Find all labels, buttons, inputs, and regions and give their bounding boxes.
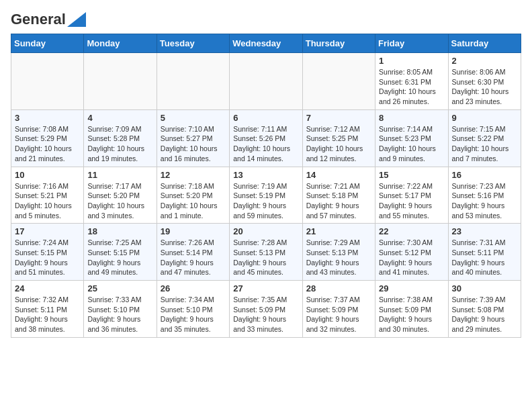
day-number: 5 <box>161 113 226 123</box>
day-info: Sunrise: 7:22 AM Sunset: 5:17 PM Dayligh… <box>379 181 444 221</box>
day-info: Sunrise: 8:05 AM Sunset: 6:31 PM Dayligh… <box>379 67 444 107</box>
calendar-cell: 12Sunrise: 7:18 AM Sunset: 5:20 PM Dayli… <box>157 167 229 224</box>
calendar-cell: 6Sunrise: 7:11 AM Sunset: 5:26 PM Daylig… <box>230 109 302 167</box>
calendar-cell <box>84 53 157 110</box>
calendar-cell: 20Sunrise: 7:28 AM Sunset: 5:13 PM Dayli… <box>230 224 302 281</box>
calendar-cell: 28Sunrise: 7:37 AM Sunset: 5:09 PM Dayli… <box>302 281 375 338</box>
calendar-cell: 14Sunrise: 7:21 AM Sunset: 5:18 PM Dayli… <box>302 167 375 224</box>
calendar-header-row: SundayMondayTuesdayWednesdayThursdayFrid… <box>11 34 521 53</box>
day-info: Sunrise: 8:06 AM Sunset: 6:30 PM Dayligh… <box>452 67 517 107</box>
calendar-cell: 17Sunrise: 7:24 AM Sunset: 5:15 PM Dayli… <box>11 224 84 281</box>
day-info: Sunrise: 7:09 AM Sunset: 5:28 PM Dayligh… <box>87 124 152 164</box>
day-number: 19 <box>161 226 226 236</box>
day-number: 24 <box>15 283 80 293</box>
calendar-cell: 13Sunrise: 7:19 AM Sunset: 5:19 PM Dayli… <box>230 167 302 224</box>
calendar-cell: 11Sunrise: 7:17 AM Sunset: 5:20 PM Dayli… <box>84 167 157 224</box>
calendar-cell: 25Sunrise: 7:33 AM Sunset: 5:10 PM Dayli… <box>84 281 157 338</box>
calendar-cell: 19Sunrise: 7:26 AM Sunset: 5:14 PM Dayli… <box>157 224 229 281</box>
day-info: Sunrise: 7:31 AM Sunset: 5:11 PM Dayligh… <box>452 238 517 277</box>
calendar-cell: 4Sunrise: 7:09 AM Sunset: 5:28 PM Daylig… <box>84 109 157 167</box>
day-number: 3 <box>15 113 80 123</box>
calendar-cell <box>157 53 229 110</box>
day-number: 4 <box>87 113 152 123</box>
calendar-cell <box>11 53 84 110</box>
day-info: Sunrise: 7:33 AM Sunset: 5:10 PM Dayligh… <box>87 295 152 334</box>
day-number: 29 <box>379 283 444 293</box>
weekday-header-saturday: Saturday <box>448 34 521 53</box>
logo-icon <box>67 12 86 27</box>
day-info: Sunrise: 7:19 AM Sunset: 5:19 PM Dayligh… <box>233 181 298 221</box>
calendar-cell: 8Sunrise: 7:14 AM Sunset: 5:23 PM Daylig… <box>375 109 448 167</box>
day-number: 25 <box>87 283 152 293</box>
day-info: Sunrise: 7:29 AM Sunset: 5:13 PM Dayligh… <box>306 238 371 277</box>
svg-marker-0 <box>67 12 86 27</box>
day-number: 30 <box>452 283 517 293</box>
day-info: Sunrise: 7:25 AM Sunset: 5:15 PM Dayligh… <box>87 238 152 277</box>
calendar-cell: 5Sunrise: 7:10 AM Sunset: 5:27 PM Daylig… <box>157 109 229 167</box>
day-info: Sunrise: 7:14 AM Sunset: 5:23 PM Dayligh… <box>379 124 444 164</box>
logo: General <box>11 11 86 26</box>
day-info: Sunrise: 7:08 AM Sunset: 5:29 PM Dayligh… <box>15 124 80 164</box>
day-number: 22 <box>379 226 444 236</box>
day-info: Sunrise: 7:34 AM Sunset: 5:10 PM Dayligh… <box>161 295 226 334</box>
calendar-cell: 7Sunrise: 7:12 AM Sunset: 5:25 PM Daylig… <box>302 109 375 167</box>
day-info: Sunrise: 7:26 AM Sunset: 5:14 PM Dayligh… <box>161 238 226 277</box>
day-number: 12 <box>161 170 226 180</box>
day-number: 18 <box>87 226 152 236</box>
calendar-table: SundayMondayTuesdayWednesdayThursdayFrid… <box>11 34 521 338</box>
day-info: Sunrise: 7:21 AM Sunset: 5:18 PM Dayligh… <box>306 181 371 221</box>
day-info: Sunrise: 7:37 AM Sunset: 5:09 PM Dayligh… <box>306 295 371 334</box>
day-info: Sunrise: 7:18 AM Sunset: 5:20 PM Dayligh… <box>161 181 226 221</box>
day-number: 6 <box>233 113 298 123</box>
calendar-week-3: 10Sunrise: 7:16 AM Sunset: 5:21 PM Dayli… <box>11 167 521 224</box>
weekday-header-friday: Friday <box>375 34 448 53</box>
calendar-cell: 24Sunrise: 7:32 AM Sunset: 5:11 PM Dayli… <box>11 281 84 338</box>
calendar-cell: 1Sunrise: 8:05 AM Sunset: 6:31 PM Daylig… <box>375 53 448 110</box>
calendar-cell <box>230 53 302 110</box>
day-info: Sunrise: 7:28 AM Sunset: 5:13 PM Dayligh… <box>233 238 298 277</box>
weekday-header-tuesday: Tuesday <box>157 34 229 53</box>
day-number: 28 <box>306 283 371 293</box>
day-info: Sunrise: 7:11 AM Sunset: 5:26 PM Dayligh… <box>233 124 298 164</box>
calendar-cell: 10Sunrise: 7:16 AM Sunset: 5:21 PM Dayli… <box>11 167 84 224</box>
day-number: 11 <box>87 170 152 180</box>
day-info: Sunrise: 7:38 AM Sunset: 5:09 PM Dayligh… <box>379 295 444 334</box>
weekday-header-thursday: Thursday <box>302 34 375 53</box>
day-info: Sunrise: 7:10 AM Sunset: 5:27 PM Dayligh… <box>161 124 226 164</box>
calendar-cell: 23Sunrise: 7:31 AM Sunset: 5:11 PM Dayli… <box>448 224 521 281</box>
day-number: 20 <box>233 226 298 236</box>
day-number: 16 <box>452 170 517 180</box>
calendar-week-5: 24Sunrise: 7:32 AM Sunset: 5:11 PM Dayli… <box>11 281 521 338</box>
calendar-cell: 30Sunrise: 7:39 AM Sunset: 5:08 PM Dayli… <box>448 281 521 338</box>
calendar-week-4: 17Sunrise: 7:24 AM Sunset: 5:15 PM Dayli… <box>11 224 521 281</box>
day-number: 10 <box>15 170 80 180</box>
day-number: 15 <box>379 170 444 180</box>
day-number: 2 <box>452 56 517 66</box>
calendar-week-1: 1Sunrise: 8:05 AM Sunset: 6:31 PM Daylig… <box>11 53 521 110</box>
day-info: Sunrise: 7:32 AM Sunset: 5:11 PM Dayligh… <box>15 295 80 334</box>
day-number: 21 <box>306 226 371 236</box>
weekday-header-monday: Monday <box>84 34 157 53</box>
calendar-cell: 29Sunrise: 7:38 AM Sunset: 5:09 PM Dayli… <box>375 281 448 338</box>
day-number: 8 <box>379 113 444 123</box>
calendar-cell: 3Sunrise: 7:08 AM Sunset: 5:29 PM Daylig… <box>11 109 84 167</box>
calendar-week-2: 3Sunrise: 7:08 AM Sunset: 5:29 PM Daylig… <box>11 109 521 167</box>
day-info: Sunrise: 7:24 AM Sunset: 5:15 PM Dayligh… <box>15 238 80 277</box>
day-number: 9 <box>452 113 517 123</box>
day-number: 7 <box>306 113 371 123</box>
day-number: 14 <box>306 170 371 180</box>
day-number: 27 <box>233 283 298 293</box>
calendar-cell: 2Sunrise: 8:06 AM Sunset: 6:30 PM Daylig… <box>448 53 521 110</box>
day-number: 23 <box>452 226 517 236</box>
weekday-header-wednesday: Wednesday <box>230 34 302 53</box>
calendar-cell: 16Sunrise: 7:23 AM Sunset: 5:16 PM Dayli… <box>448 167 521 224</box>
calendar-cell: 9Sunrise: 7:15 AM Sunset: 5:22 PM Daylig… <box>448 109 521 167</box>
day-info: Sunrise: 7:15 AM Sunset: 5:22 PM Dayligh… <box>452 124 517 164</box>
calendar-cell: 18Sunrise: 7:25 AM Sunset: 5:15 PM Dayli… <box>84 224 157 281</box>
calendar-cell: 26Sunrise: 7:34 AM Sunset: 5:10 PM Dayli… <box>157 281 229 338</box>
day-info: Sunrise: 7:39 AM Sunset: 5:08 PM Dayligh… <box>452 295 517 334</box>
day-number: 13 <box>233 170 298 180</box>
page-header: General <box>11 11 521 26</box>
day-info: Sunrise: 7:23 AM Sunset: 5:16 PM Dayligh… <box>452 181 517 221</box>
day-info: Sunrise: 7:17 AM Sunset: 5:20 PM Dayligh… <box>87 181 152 221</box>
